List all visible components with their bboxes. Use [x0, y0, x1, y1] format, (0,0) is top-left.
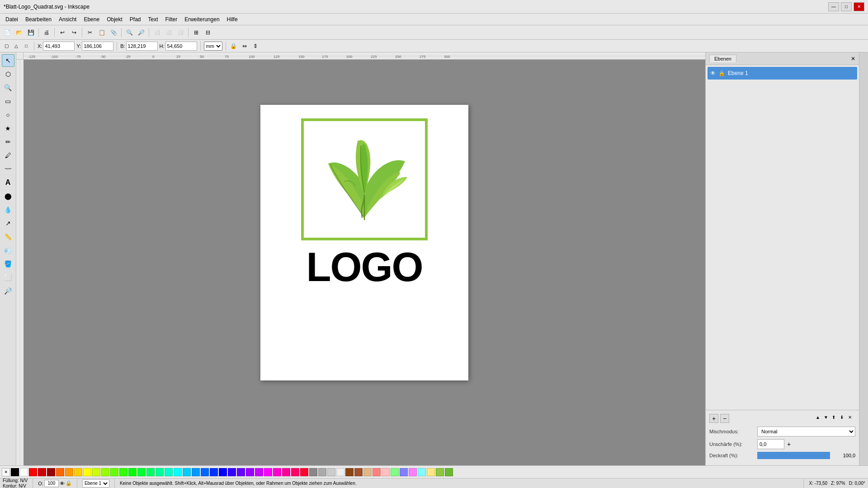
snap-button[interactable]: ⊞ — [191, 27, 202, 38]
color-brown1[interactable] — [345, 468, 354, 476]
lock-aspect-button[interactable]: 🔒 — [229, 42, 238, 51]
align-right-button[interactable]: ⬜ — [175, 27, 186, 38]
node-tool[interactable]: △ — [12, 42, 21, 51]
node-tool[interactable]: ⬡ — [2, 68, 14, 80]
color-gray1[interactable] — [309, 468, 317, 476]
layer-to-bottom-button[interactable]: ⬇ — [840, 415, 847, 422]
color-purple3[interactable] — [255, 468, 263, 476]
y-input[interactable] — [82, 42, 113, 51]
print-button[interactable]: 🖨 — [41, 27, 52, 38]
layer-to-top-button[interactable]: ⬆ — [832, 415, 839, 422]
menu-hilfe[interactable]: Hilfe — [223, 15, 241, 23]
select-tool[interactable]: ▢ — [2, 42, 11, 51]
color-yellow1[interactable] — [74, 468, 82, 476]
star-tool[interactable]: ★ — [2, 122, 14, 135]
flip-v-button[interactable]: ⇕ — [251, 42, 260, 51]
pencil-tool[interactable]: ✏ — [2, 136, 14, 148]
align-center-button[interactable]: ⬜ — [163, 27, 174, 38]
opacity-status-input[interactable] — [44, 480, 59, 487]
extra-tool[interactable]: □ — [22, 42, 31, 51]
color-lime1[interactable] — [92, 468, 100, 476]
color-magenta1[interactable] — [264, 468, 272, 476]
maximize-button[interactable]: □ — [841, 2, 852, 11]
color-yellow2[interactable] — [83, 468, 91, 476]
color-indigo1[interactable] — [228, 468, 236, 476]
add-layer-button[interactable]: + — [709, 414, 718, 423]
color-ext7[interactable] — [427, 468, 435, 476]
pen-tool[interactable]: 🖊 — [2, 149, 14, 162]
measure-tool[interactable]: 📏 — [2, 230, 14, 243]
color-ext2[interactable] — [382, 468, 390, 476]
new-button[interactable]: 📄 — [2, 27, 13, 38]
color-pink3[interactable] — [291, 468, 299, 476]
close-button[interactable]: ✕ — [854, 2, 864, 11]
x-input[interactable] — [43, 42, 75, 51]
b-input[interactable] — [126, 42, 158, 51]
eraser-tool[interactable]: ⬜ — [2, 271, 14, 284]
unit-select[interactable]: mmpxcm — [204, 42, 222, 51]
color-black[interactable] — [11, 468, 19, 476]
color-gray4[interactable] — [336, 468, 344, 476]
circle-tool[interactable]: ○ — [2, 108, 14, 121]
color-ext8[interactable] — [436, 468, 444, 476]
gradient-tool[interactable]: ⬤ — [2, 190, 14, 202]
spray-tool[interactable]: 💨 — [2, 244, 14, 257]
menu-ansicht[interactable]: Ansicht — [55, 15, 80, 23]
h-input[interactable] — [165, 42, 197, 51]
color-green2[interactable] — [128, 468, 137, 476]
opacity-input[interactable] — [757, 439, 784, 449]
cut-button[interactable]: ✂ — [85, 27, 95, 38]
layer-status-select[interactable]: Ebene 1 — [82, 479, 109, 488]
opacity-plus-button[interactable]: + — [787, 441, 791, 448]
zoom-in-button[interactable]: 🔍 — [124, 27, 135, 38]
menu-filter[interactable]: Filter — [162, 15, 181, 23]
layer-eye-icon[interactable]: 👁 — [710, 70, 716, 76]
save-button[interactable]: 💾 — [25, 27, 36, 38]
layer-close-x[interactable]: ✕ — [848, 415, 855, 422]
menu-bearbeiten[interactable]: Bearbeiten — [22, 15, 55, 23]
color-red3[interactable] — [47, 468, 55, 476]
paste-button[interactable]: 📎 — [108, 27, 119, 38]
open-button[interactable]: 📂 — [14, 27, 24, 38]
menu-ebene[interactable]: Ebene — [80, 15, 103, 23]
grid-button[interactable]: ⊟ — [203, 27, 213, 38]
color-white[interactable] — [20, 468, 28, 476]
color-lime3[interactable] — [110, 468, 118, 476]
rect-tool[interactable]: ▭ — [2, 95, 14, 108]
menu-datei[interactable]: Datei — [2, 15, 22, 23]
color-red1[interactable] — [29, 468, 37, 476]
color-pink1[interactable] — [273, 468, 281, 476]
color-sky1[interactable] — [183, 468, 191, 476]
canvas-area[interactable]: -125 -100 -75 -50 -25 0 25 50 75 100 125… — [16, 52, 705, 465]
color-green3[interactable] — [137, 468, 146, 476]
layer-lock-icon[interactable]: 🔒 — [718, 70, 725, 76]
layers-tab[interactable]: Ebenen — [709, 55, 736, 62]
color-cyan1[interactable] — [165, 468, 173, 476]
menu-text[interactable]: Text — [145, 15, 162, 23]
menu-erweiterungen[interactable]: Erweiterungen — [181, 15, 223, 23]
zoom-out-button[interactable]: 🔎 — [136, 27, 146, 38]
color-ext1[interactable] — [373, 468, 381, 476]
color-teal2[interactable] — [156, 468, 164, 476]
search-tool[interactable]: 🔎 — [2, 285, 14, 297]
color-purple1[interactable] — [237, 468, 245, 476]
color-blue1[interactable] — [201, 468, 209, 476]
color-green1[interactable] — [119, 468, 127, 476]
color-ext3[interactable] — [391, 468, 399, 476]
copy-button[interactable]: 📋 — [96, 27, 107, 38]
color-cyan2[interactable] — [174, 468, 182, 476]
color-blue2[interactable] — [210, 468, 218, 476]
color-purple2[interactable] — [246, 468, 254, 476]
color-gray3[interactable] — [327, 468, 335, 476]
connect-tool[interactable]: ↗ — [2, 217, 14, 230]
blend-mode-select[interactable]: Normal Multiply Screen — [757, 427, 855, 436]
color-teal1[interactable] — [146, 468, 155, 476]
color-lime2[interactable] — [101, 468, 109, 476]
dropper-tool[interactable]: 💧 — [2, 203, 14, 216]
color-sky2[interactable] — [192, 468, 200, 476]
redo-button[interactable]: ↪ — [69, 27, 80, 38]
layer-up-button[interactable]: ▲ — [816, 415, 823, 422]
color-rose[interactable] — [300, 468, 308, 476]
minimize-button[interactable]: — — [828, 2, 839, 11]
canvas-workspace[interactable]: LOGO — [24, 60, 705, 465]
